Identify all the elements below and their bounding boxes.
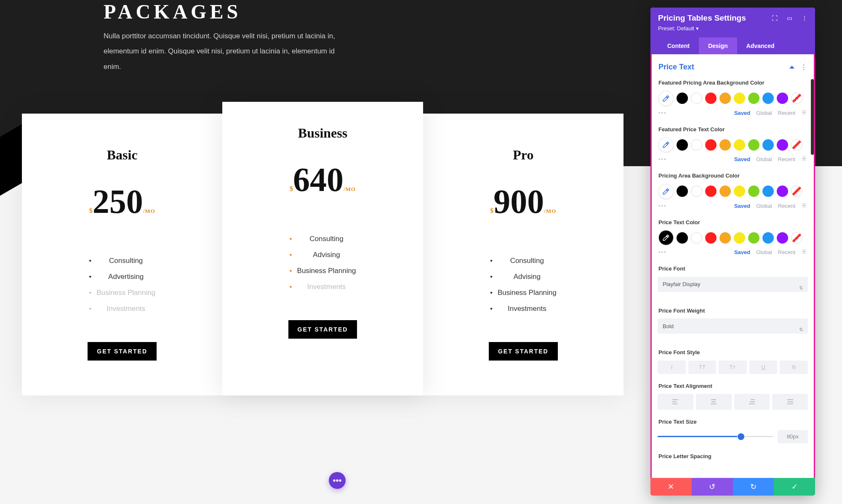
color-swatch[interactable] bbox=[762, 232, 774, 244]
color-swatch[interactable] bbox=[677, 186, 688, 197]
gear-icon[interactable] bbox=[801, 109, 807, 117]
swatch-tab-global[interactable]: Global bbox=[756, 203, 772, 209]
undo-button[interactable]: ↺ bbox=[692, 478, 733, 496]
color-swatch[interactable] bbox=[762, 139, 774, 151]
color-swatch[interactable] bbox=[719, 93, 731, 104]
color-swatch[interactable] bbox=[777, 93, 788, 104]
swatch-tab-global[interactable]: Global bbox=[756, 110, 772, 116]
eyedropper-icon[interactable] bbox=[658, 184, 674, 199]
section-title[interactable]: Price Text bbox=[658, 63, 694, 72]
color-swatch[interactable] bbox=[705, 139, 717, 151]
eyedropper-icon[interactable] bbox=[658, 230, 674, 245]
select-price font weight[interactable] bbox=[658, 318, 808, 334]
get-started-button[interactable]: GET STARTED bbox=[88, 342, 157, 361]
gear-icon[interactable] bbox=[801, 202, 807, 210]
tab-design[interactable]: Design bbox=[699, 37, 737, 54]
color-swatch[interactable] bbox=[734, 139, 745, 151]
swatch-tab-recent[interactable]: Recent bbox=[778, 110, 795, 116]
color-swatch[interactable] bbox=[748, 232, 759, 244]
color-swatch[interactable] bbox=[777, 186, 788, 197]
select-price font[interactable] bbox=[658, 277, 808, 292]
font-style-smallcaps[interactable]: Tᴛ bbox=[719, 361, 747, 374]
responsive-icon[interactable]: ▭ bbox=[787, 15, 792, 21]
color-swatch[interactable] bbox=[734, 186, 745, 197]
color-swatch-white[interactable] bbox=[691, 186, 702, 197]
more-swatches-icon[interactable]: ••• bbox=[658, 203, 667, 209]
gear-icon[interactable] bbox=[801, 249, 807, 256]
align-left[interactable] bbox=[658, 394, 693, 410]
swatch-tab-global[interactable]: Global bbox=[756, 249, 772, 255]
color-swatch-white[interactable] bbox=[691, 232, 702, 244]
feature-item: Advertising bbox=[89, 269, 155, 285]
color-swatch[interactable] bbox=[719, 186, 731, 197]
color-option-label: Pricing Area Background Color bbox=[658, 170, 808, 184]
color-swatch[interactable] bbox=[719, 139, 731, 151]
section-menu-icon[interactable]: ⋮ bbox=[800, 63, 807, 71]
swatch-tab-global[interactable]: Global bbox=[756, 156, 772, 162]
swatch-tab-saved[interactable]: Saved bbox=[734, 249, 750, 255]
fab-more[interactable]: ••• bbox=[329, 472, 346, 489]
swatch-tab-recent[interactable]: Recent bbox=[778, 203, 795, 209]
color-swatch-none[interactable] bbox=[791, 232, 802, 244]
eyedropper-icon[interactable] bbox=[658, 91, 674, 106]
color-swatch-white[interactable] bbox=[691, 139, 702, 151]
preset-dropdown[interactable]: Preset: Default ▾ bbox=[658, 23, 807, 37]
feature-item: Business Planning bbox=[89, 285, 155, 301]
color-swatch[interactable] bbox=[748, 93, 759, 104]
font-style-underline[interactable]: U bbox=[749, 361, 778, 374]
color-swatch[interactable] bbox=[677, 139, 688, 151]
color-swatch[interactable] bbox=[677, 232, 688, 244]
eyedropper-icon[interactable] bbox=[658, 137, 674, 152]
swatch-tab-recent[interactable]: Recent bbox=[778, 156, 795, 162]
size-slider[interactable] bbox=[658, 436, 773, 437]
redo-button[interactable]: ↻ bbox=[733, 478, 774, 496]
get-started-button[interactable]: GET STARTED bbox=[288, 320, 357, 339]
color-swatch[interactable] bbox=[748, 139, 759, 151]
tab-content[interactable]: Content bbox=[658, 37, 699, 54]
align-right[interactable] bbox=[734, 394, 770, 410]
color-swatch[interactable] bbox=[705, 232, 717, 244]
align-justify[interactable] bbox=[772, 394, 808, 410]
select-label: Price Font Weight bbox=[658, 305, 808, 319]
color-swatch[interactable] bbox=[762, 93, 774, 104]
price: $ 640 /MO bbox=[290, 166, 356, 193]
save-button[interactable]: ✓ bbox=[774, 478, 815, 496]
color-swatch-none[interactable] bbox=[791, 186, 802, 197]
swatch-tab-saved[interactable]: Saved bbox=[734, 156, 750, 162]
get-started-button[interactable]: GET STARTED bbox=[489, 342, 558, 361]
color-swatch[interactable] bbox=[734, 232, 745, 244]
swatch-tab-saved[interactable]: Saved bbox=[734, 110, 750, 116]
color-swatch[interactable] bbox=[762, 186, 774, 197]
more-swatches-icon[interactable]: ••• bbox=[658, 249, 667, 255]
font-style-italic[interactable]: I bbox=[658, 361, 686, 374]
color-swatch[interactable] bbox=[705, 186, 717, 197]
more-swatches-icon[interactable]: ••• bbox=[658, 110, 667, 116]
swatch-tab-recent[interactable]: Recent bbox=[778, 249, 795, 255]
color-swatch[interactable] bbox=[705, 93, 717, 104]
panel-scrollbar[interactable] bbox=[811, 79, 814, 155]
color-swatch[interactable] bbox=[777, 139, 788, 151]
font-style-uppercase[interactable]: TT bbox=[688, 361, 717, 374]
color-swatch[interactable] bbox=[748, 186, 759, 197]
color-swatch-none[interactable] bbox=[791, 139, 802, 151]
tab-advanced[interactable]: Advanced bbox=[737, 37, 784, 54]
color-swatch[interactable] bbox=[719, 232, 731, 244]
color-swatch-none[interactable] bbox=[791, 93, 802, 104]
color-swatch[interactable] bbox=[734, 93, 745, 104]
plan-name: Business bbox=[298, 125, 347, 141]
chevron-up-icon[interactable] bbox=[789, 66, 794, 69]
color-swatch[interactable] bbox=[777, 232, 788, 244]
color-swatch[interactable] bbox=[677, 93, 688, 104]
more-swatches-icon[interactable]: ••• bbox=[658, 156, 667, 162]
color-swatch-white[interactable] bbox=[691, 93, 702, 104]
swatch-tab-saved[interactable]: Saved bbox=[734, 203, 750, 209]
font-style-strike[interactable]: S bbox=[780, 361, 808, 374]
close-button[interactable]: ✕ bbox=[650, 478, 692, 496]
gear-icon[interactable] bbox=[801, 156, 807, 163]
panel-menu-icon[interactable]: ⋮ bbox=[802, 15, 807, 21]
font-style-label: Price Font Style bbox=[658, 347, 808, 361]
size-value[interactable]: 80px bbox=[778, 430, 808, 443]
expand-icon[interactable]: ⛶ bbox=[772, 15, 778, 21]
align-center[interactable] bbox=[696, 394, 732, 410]
swatch-row bbox=[658, 184, 808, 199]
